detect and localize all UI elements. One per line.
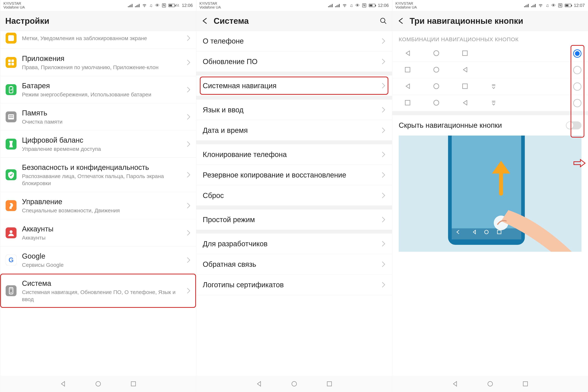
svg-point-44 [488, 382, 492, 386]
settings-item-3[interactable]: ПамятьОчистка памяти [0, 103, 196, 130]
status-time: 12:07 [574, 3, 585, 8]
nav-home-icon[interactable] [487, 381, 493, 387]
pulldown-icon [490, 99, 497, 107]
nav-back-icon[interactable] [452, 381, 458, 387]
nav-combo-radio[interactable] [573, 49, 582, 58]
settings-item-icon [6, 200, 16, 211]
headphone-icon: ♫ [350, 3, 353, 8]
square-icon [404, 66, 411, 74]
settings-item-subtitle: Очистка памяти [22, 118, 186, 125]
settings-item-5[interactable]: Безопасность и конфиденциальностьРаспозн… [0, 158, 196, 192]
nav-home-icon[interactable] [291, 381, 297, 387]
system-panel: KYIVSTAR Vodafone UA ♫ 👁 N 12:06 Система… [196, 0, 392, 392]
settings-item-subtitle: Метки, Уведомления на заблокированном эк… [22, 35, 186, 42]
headphone-icon: ♫ [546, 3, 549, 8]
nfc-icon: N [558, 4, 562, 8]
header: Настройки [0, 11, 196, 31]
nav-combo-row[interactable] [392, 78, 588, 95]
settings-item-subtitle: Режим энергосбережения, Использование ба… [22, 91, 186, 98]
back-icon[interactable] [397, 17, 404, 24]
circle-icon [433, 66, 440, 74]
settings-item-subtitle: Системная навигация, Обновление ПО, О те… [22, 288, 186, 303]
svg-rect-21 [6, 285, 16, 296]
settings-panel: KYIVSTAR Vodafone UA ♫ 👁 N 51 12:06 Наст… [0, 0, 196, 392]
svg-point-18 [10, 230, 12, 233]
system-item-label: Резервное копирование и восстановление [203, 170, 382, 180]
settings-item-icon [6, 228, 16, 238]
system-item-label: Системная навигация [203, 81, 382, 90]
nav-recent-icon[interactable] [130, 381, 136, 387]
battery-pct: 51 [176, 4, 179, 7]
nav-combo-radio[interactable] [573, 99, 582, 107]
system-item-label: Язык и ввод [203, 105, 382, 114]
system-item[interactable]: Резервное копирование и восстановление [196, 165, 392, 185]
section-title: КОМБИНАЦИИ НАВИГАЦИОННЫХ КНОПОК [392, 31, 588, 45]
system-item[interactable]: Логотипы сертификатов [196, 274, 392, 295]
settings-item-2[interactable]: БатареяРежим энергосбережения, Использов… [0, 76, 196, 103]
hide-nav-toggle[interactable] [566, 122, 582, 130]
settings-item-8[interactable]: GGoogleСервисы Google [0, 246, 196, 274]
settings-item-0[interactable]: Метки, Уведомления на заблокированном эк… [0, 31, 196, 49]
system-item[interactable]: Язык и ввод [196, 100, 392, 120]
system-item[interactable]: Обратная связь [196, 254, 392, 274]
tri-left-icon [404, 83, 411, 90]
nav-buttons-panel: KYIVSTAR Vodafone UA ♫ 👁 N 12:07 Три нав… [392, 0, 588, 392]
nav-combo-row[interactable] [392, 62, 588, 78]
settings-item-icon: G [6, 254, 16, 266]
settings-item-1[interactable]: ПриложенияПрава, Приложения по умолчанию… [0, 49, 196, 76]
nav-combo-row[interactable] [392, 95, 588, 112]
settings-item-6[interactable]: УправлениеСпециальные возможности, Движе… [0, 192, 196, 219]
svg-rect-32 [405, 67, 410, 72]
status-time: 12:06 [378, 3, 389, 8]
nav-recent-icon[interactable] [326, 381, 332, 387]
svg-rect-12 [9, 116, 13, 116]
svg-rect-5 [8, 63, 11, 65]
tri-left-icon [462, 66, 468, 74]
status-time: 12:06 [182, 3, 193, 8]
nav-recent-icon[interactable] [522, 381, 528, 387]
system-item-label: Обновление ПО [203, 57, 382, 66]
settings-item-9[interactable]: СистемаСистемная навигация, Обновление П… [0, 274, 196, 308]
settings-item-7[interactable]: АккаунтыАккаунты [0, 219, 196, 246]
nfc-icon: N [162, 4, 166, 8]
system-item[interactable]: Обновление ПО [196, 51, 392, 72]
svg-text:G: G [8, 256, 14, 264]
signal-icon [335, 4, 340, 7]
statusbar: KYIVSTAR Vodafone UA ♫ 👁 N 12:07 [392, 0, 588, 11]
system-item[interactable]: Системная навигация [196, 76, 392, 96]
nav-back-icon[interactable] [256, 381, 262, 387]
settings-item-subtitle: Управление временем доступа [22, 145, 186, 152]
system-item[interactable]: Для разработчиков [196, 234, 392, 254]
system-item[interactable]: О телефоне [196, 31, 392, 51]
svg-point-33 [434, 67, 439, 72]
svg-rect-6 [12, 63, 14, 65]
search-icon[interactable] [380, 17, 387, 24]
system-item[interactable]: Клонирование телефона [196, 144, 392, 165]
nav-back-icon[interactable] [60, 381, 66, 387]
carrier-2: Vodafone UA [396, 6, 417, 9]
carrier-1: KYIVSTAR [200, 2, 221, 6]
settings-item-title: Цифровой баланс [22, 136, 186, 145]
statusbar: KYIVSTAR Vodafone UA ♫ 👁 N 12:06 [196, 0, 392, 11]
hide-nav-label: Скрыть навигационные кнопки [399, 121, 566, 130]
settings-item-title: Батарея [22, 81, 186, 90]
page-title: Три навигационные кнопки [410, 16, 583, 26]
nav-combo-radio[interactable] [573, 82, 582, 91]
svg-rect-9 [10, 86, 12, 87]
nav-home-icon[interactable] [95, 381, 101, 387]
svg-rect-35 [462, 84, 467, 88]
settings-item-4[interactable]: Цифровой балансУправление временем досту… [0, 130, 196, 158]
system-item[interactable]: Простой режим [196, 210, 392, 230]
system-item[interactable]: Сброс [196, 185, 392, 206]
wifi-icon [538, 4, 543, 8]
back-icon[interactable] [201, 17, 208, 24]
nav-bar [0, 376, 196, 392]
nav-combo-row[interactable] [392, 45, 588, 62]
headphone-icon: ♫ [149, 3, 153, 8]
nav-combo-radio[interactable] [573, 66, 582, 74]
system-list[interactable]: О телефонеОбновление ПОСистемная навигац… [196, 31, 392, 392]
system-item[interactable]: Дата и время [196, 120, 392, 141]
header: Три навигационные кнопки [392, 11, 588, 31]
settings-list[interactable]: Метки, Уведомления на заблокированном эк… [0, 31, 196, 392]
carrier-2: Vodafone UA [200, 6, 221, 9]
